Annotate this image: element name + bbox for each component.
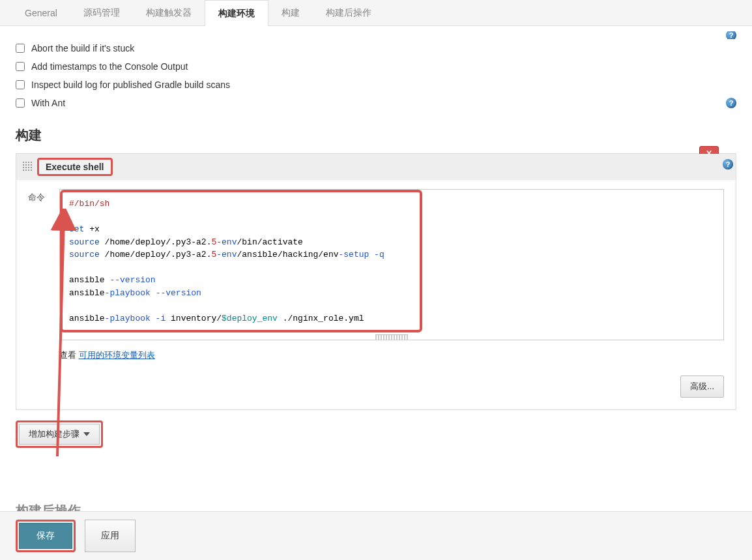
add-build-step-button[interactable]: 增加构建步骤: [19, 424, 100, 445]
checkbox-timestamps[interactable]: [16, 62, 25, 71]
option-timestamps: Add timestamps to the Console Output: [16, 57, 736, 76]
option-label: With Ant: [31, 98, 65, 108]
build-step-execute-shell: X Execute shell ? 命令 #/bin/sh set +x sou…: [16, 153, 736, 410]
tab-env[interactable]: 构建环境: [205, 0, 268, 26]
apply-button[interactable]: 应用: [85, 520, 136, 552]
section-build-title: 构建: [16, 126, 736, 144]
option-label: Abort the build if it's stuck: [31, 43, 134, 53]
command-label: 命令: [28, 188, 59, 203]
chevron-down-icon: [83, 432, 90, 436]
save-button[interactable]: 保存: [19, 523, 72, 549]
checkbox-abort[interactable]: [16, 44, 25, 53]
content-area: ? Abort the build if it's stuck Add time…: [0, 26, 752, 448]
option-gradle: Inspect build log for published Gradle b…: [16, 76, 736, 94]
env-vars-hint: 查看 可用的环境变量列表: [59, 349, 724, 361]
tab-triggers[interactable]: 构建触发器: [133, 0, 205, 25]
step-header: Execute shell ?: [16, 154, 736, 180]
drag-handle-icon[interactable]: [23, 162, 33, 172]
option-abort: Abort the build if it's stuck: [16, 39, 736, 57]
checkbox-ant[interactable]: [16, 98, 25, 108]
bottom-action-bar: 保存 应用: [0, 511, 752, 560]
tab-build[interactable]: 构建: [268, 0, 313, 25]
option-label: Add timestamps to the Console Output: [31, 61, 188, 72]
command-textarea[interactable]: #/bin/sh set +x source /home/deploy/.py3…: [59, 189, 724, 340]
step-body: 命令 #/bin/sh set +x source /home/deploy/.…: [18, 181, 734, 408]
resize-handle[interactable]: [375, 334, 408, 340]
env-vars-link[interactable]: 可用的环境变量列表: [79, 350, 155, 360]
tab-general[interactable]: General: [12, 0, 70, 25]
add-step-highlight: 增加构建步骤: [16, 420, 103, 448]
help-icon[interactable]: ?: [726, 98, 736, 108]
checkbox-gradle[interactable]: [16, 80, 25, 89]
tab-scm[interactable]: 源码管理: [70, 0, 133, 25]
save-highlight: 保存: [16, 520, 76, 552]
config-tabs: General 源码管理 构建触发器 构建环境 构建 构建后操作: [0, 0, 752, 26]
option-ant: With Ant ?: [16, 94, 736, 112]
tab-post[interactable]: 构建后操作: [313, 0, 384, 25]
help-icon[interactable]: ?: [726, 31, 736, 39]
step-title: Execute shell: [37, 158, 113, 176]
advanced-button[interactable]: 高级...: [680, 376, 724, 398]
help-icon[interactable]: ?: [723, 159, 733, 169]
option-row-truncated: ?: [16, 31, 736, 39]
option-label: Inspect build log for published Gradle b…: [31, 80, 230, 90]
